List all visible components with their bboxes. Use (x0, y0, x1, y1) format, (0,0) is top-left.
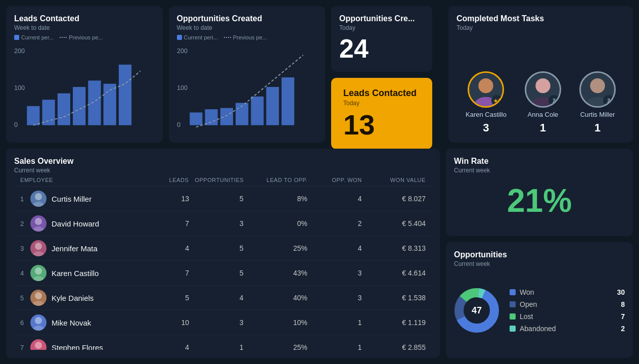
col-header-opp-won: OPP. WON (313, 177, 368, 183)
svg-point-22 (535, 78, 550, 93)
row-opp-won: 2 (313, 219, 368, 228)
table-row: 5 Kyle Daniels 5 4 40% 3 € 1.538 (14, 286, 432, 310)
performer-1: ★1 Karen Castillo 3 (466, 71, 507, 134)
col-header-employee: EMPLOYEE (20, 177, 141, 183)
performer-2-badge: 2 (549, 95, 560, 106)
svg-rect-14 (205, 109, 217, 125)
win-rate-subtitle: Current week (454, 167, 625, 174)
row-lead-opp: 25% (249, 244, 313, 252)
row-opps: 3 (195, 219, 249, 228)
row-opp-won: 4 (313, 244, 368, 252)
svg-text:0: 0 (14, 121, 18, 128)
svg-point-38 (35, 342, 42, 349)
row-opp-won: 1 (313, 318, 368, 327)
row-name: David Howard (52, 219, 99, 228)
opps-current-legend: Current peri... (177, 34, 218, 40)
row-lead-opp: 8% (249, 195, 313, 203)
table-row: 4 Karen Castillo 7 5 43% 3 € 4.614 (14, 261, 432, 286)
opps-created-week-card: Opportunities Created Week to date Curre… (169, 6, 326, 143)
sales-overview-title: Sales Overview (14, 157, 432, 166)
row-avatar (30, 265, 47, 281)
row-won-val: € 8.027 (368, 195, 426, 203)
row-won-val: € 5.404 (368, 219, 426, 228)
opp-legend-dot (510, 313, 516, 320)
svg-point-36 (35, 317, 42, 324)
row-name: Curtis Miller (52, 195, 92, 203)
row-opps: 5 (195, 269, 249, 277)
svg-rect-4 (42, 100, 55, 125)
opps-created-week-title: Opportunities Created (177, 14, 317, 23)
leads-contacted-week-title: Leads Contacted (14, 14, 155, 23)
performer-3-badge: 2 (603, 95, 614, 106)
svg-rect-7 (88, 80, 101, 125)
opps-prev-dot (224, 37, 231, 38)
svg-rect-15 (220, 108, 233, 125)
opps-today-subtitle: Today (339, 24, 424, 31)
row-rank: 1 (20, 195, 30, 203)
row-name: Mike Novak (52, 318, 91, 327)
svg-text:100: 100 (14, 84, 25, 92)
row-opp-won: 3 (313, 294, 368, 302)
opps-today-card: Opportunities Cre... Today 24 (331, 6, 432, 72)
opp-legend-item: Won 30 (510, 288, 625, 296)
opp-legend-item: Abandoned 2 (510, 325, 625, 333)
row-opps: 5 (195, 244, 249, 252)
performer-3-avatar: 2 (579, 71, 616, 108)
opp-legend-label: Lost (520, 312, 617, 321)
svg-point-37 (32, 326, 44, 331)
svg-point-20 (479, 78, 493, 93)
svg-point-32 (35, 267, 42, 275)
right-column: Win Rate Current week 21% Opportunities … (446, 149, 633, 358)
row-leads: 10 (141, 318, 195, 327)
opportunities-title: Opportunities (454, 250, 625, 259)
svg-point-27 (32, 202, 44, 207)
svg-rect-18 (266, 87, 279, 125)
performer-1-badge: ★1 (491, 95, 503, 106)
table-row: 7 Stephen Flores 4 1 25% 1 € 2.855 (14, 335, 432, 350)
opps-created-week-subtitle: Week to date (177, 24, 317, 31)
svg-rect-3 (27, 106, 39, 125)
leads-today-card: Leads Contacted Today 13 (331, 78, 432, 149)
row-avatar (30, 339, 47, 350)
win-rate-card: Win Rate Current week 21% (446, 149, 633, 236)
svg-text:0: 0 (177, 121, 180, 128)
row-avatar (30, 290, 47, 306)
performers-list: ★1 Karen Castillo 3 2 Anna Cole 1 (457, 35, 625, 134)
row-opps: 3 (195, 318, 249, 327)
row-employee: 4 Karen Castillo (20, 265, 141, 281)
row-leads: 4 (141, 343, 195, 350)
opps-today-value: 24 (339, 31, 440, 64)
row-employee: 5 Kyle Daniels (20, 290, 141, 306)
row-employee: 1 Curtis Miller (20, 191, 141, 207)
row-lead-opp: 40% (249, 294, 313, 302)
opps-today-title: Opportunities Cre... (339, 14, 424, 23)
performer-1-avatar: ★1 (468, 71, 504, 108)
row-employee: 2 David Howard (20, 215, 141, 232)
current-period-legend: Current per... (14, 34, 54, 40)
svg-rect-19 (281, 77, 294, 125)
performer-1-score: 3 (483, 121, 489, 134)
svg-rect-13 (190, 112, 202, 125)
svg-point-29 (32, 226, 44, 232)
col-header-leads: LEADS (141, 177, 195, 183)
sales-overview-card: Sales Overview Current week EMPLOYEE LEA… (6, 149, 440, 358)
svg-point-24 (590, 78, 605, 93)
table-row: 6 Mike Novak 10 3 10% 1 € 1.119 (14, 310, 432, 335)
opp-legend-item: Open 8 (510, 300, 625, 308)
row-rank: 7 (20, 344, 30, 350)
performer-3-name: Curtis Miller (580, 111, 615, 118)
row-name: Karen Castillo (52, 269, 99, 278)
opp-legend-value: 8 (621, 300, 625, 308)
svg-rect-9 (119, 65, 131, 125)
leads-today-subtitle: Today (343, 100, 420, 107)
win-rate-value: 21% (507, 174, 572, 228)
opp-legend-label: Won (520, 288, 613, 296)
svg-point-33 (32, 276, 44, 281)
opp-legend-item: Lost 7 (510, 312, 625, 321)
row-rank: 4 (20, 269, 30, 277)
opp-legend-label: Open (520, 300, 617, 308)
row-avatar (30, 191, 47, 207)
performer-2-name: Anna Cole (528, 111, 559, 118)
row-rank: 3 (20, 245, 30, 252)
row-employee: 3 Jennifer Mata (20, 240, 141, 256)
